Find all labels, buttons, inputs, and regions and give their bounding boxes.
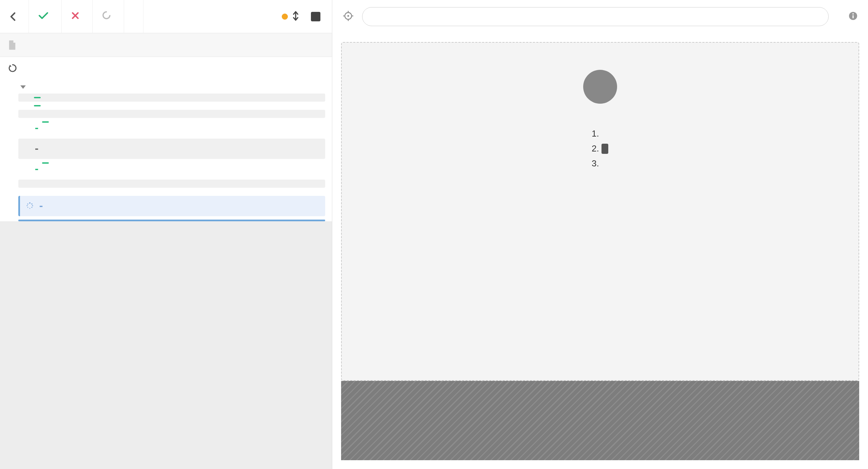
assert-badge xyxy=(34,97,41,98)
svg-point-8 xyxy=(27,203,28,204)
stop-button[interactable] xyxy=(311,12,320,21)
command-log: - - - xyxy=(0,94,332,220)
command-row[interactable] xyxy=(18,188,325,196)
reporter-panel: - - - xyxy=(0,0,332,469)
svg-point-4 xyxy=(32,207,33,208)
blank-page-steps xyxy=(592,126,608,171)
spinner-icon xyxy=(26,202,34,209)
list-item xyxy=(601,156,608,171)
svg-point-2 xyxy=(31,203,33,205)
svg-point-10 xyxy=(348,15,349,17)
command-row[interactable]: - xyxy=(18,159,325,180)
command-row[interactable] xyxy=(18,110,325,118)
command-row[interactable] xyxy=(18,94,325,102)
caret-down-icon xyxy=(20,85,26,89)
test-body-header[interactable] xyxy=(0,81,332,94)
command-progress-bar xyxy=(18,220,325,221)
aut-header xyxy=(332,0,868,33)
svg-rect-12 xyxy=(852,15,853,18)
test-title-row[interactable] xyxy=(0,57,332,79)
list-item xyxy=(601,126,608,141)
svg-point-5 xyxy=(29,208,30,208)
assert-badge xyxy=(34,105,41,106)
assert-badge xyxy=(42,121,49,123)
cypress-logo-icon xyxy=(583,70,617,104)
crosshair-icon xyxy=(342,10,354,22)
svg-point-0 xyxy=(103,12,110,19)
back-to-tests[interactable] xyxy=(0,0,29,33)
chevron-left-icon xyxy=(9,12,16,21)
auto-scroll-indicator[interactable] xyxy=(282,11,299,22)
selector-playground-button[interactable] xyxy=(342,10,354,23)
command-row[interactable] xyxy=(18,102,325,110)
spec-file-row[interactable] xyxy=(0,33,332,57)
command-row-pending[interactable]: - xyxy=(18,196,325,217)
viewport-info-button[interactable] xyxy=(848,11,858,22)
aut-stage xyxy=(332,33,868,469)
pending-icon xyxy=(102,11,111,22)
code-chip xyxy=(601,144,608,154)
aut-overflow-area xyxy=(341,381,859,460)
url-input[interactable] xyxy=(362,7,829,26)
command-row[interactable] xyxy=(18,180,325,188)
file-icon xyxy=(8,40,16,50)
list-item xyxy=(601,141,608,156)
test-body: - - - xyxy=(0,79,332,221)
svg-point-3 xyxy=(32,205,33,206)
running-icon xyxy=(8,64,17,73)
amber-dot-icon xyxy=(282,14,288,20)
stats-passed[interactable] xyxy=(29,0,62,33)
check-icon xyxy=(38,11,48,22)
aut-panel xyxy=(332,0,868,469)
stats-failed[interactable] xyxy=(62,0,93,33)
reporter-header xyxy=(0,0,332,33)
updown-arrows-icon xyxy=(292,11,299,22)
command-row[interactable]: - xyxy=(18,118,325,139)
command-row[interactable]: - xyxy=(18,139,325,159)
svg-point-6 xyxy=(27,207,28,207)
stats-pending[interactable] xyxy=(93,0,124,33)
svg-point-13 xyxy=(852,13,854,15)
timer xyxy=(124,0,143,33)
aut-iframe-placeholder xyxy=(341,42,859,381)
info-icon xyxy=(848,11,858,21)
x-icon xyxy=(71,11,79,22)
svg-point-1 xyxy=(29,202,31,204)
svg-point-7 xyxy=(27,205,28,206)
assert-badge xyxy=(42,162,49,164)
